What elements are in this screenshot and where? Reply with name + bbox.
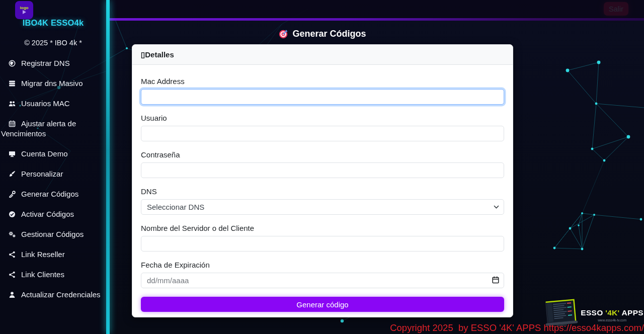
sidebar-item-usuarios-mac[interactable]: Usuarios MAC [0, 99, 106, 109]
nombre-servidor-label: Nombre del Servidor o del Cliente [141, 223, 504, 233]
paintbrush-icon [9, 170, 16, 177]
footer-logo-site: www.esso4k-tv.com [581, 318, 643, 322]
sidebar-item-label: Migrar dns Masivo [21, 79, 83, 88]
sidebar-menu: Registrar DNS Migrar dns Masivo Usuarios… [0, 58, 106, 300]
field-group-fecha-expiracion: Fecha de Expiración [141, 260, 504, 288]
page-title-text: Generar Códigos [292, 29, 366, 39]
nombre-servidor-input[interactable] [141, 236, 504, 252]
navbar-accent-line [106, 18, 644, 21]
field-group-contrasena: Contraseña [141, 150, 504, 178]
footer-logo-title: ESSO '4K' APPS [581, 308, 643, 317]
sidebar-item-label: Usuarios MAC [21, 99, 70, 108]
sidebar-item-gestionar-codigos[interactable]: Gestionar Códigos [0, 229, 106, 239]
brand-copyright: © 2025 * IBO 4k * [0, 39, 106, 47]
field-group-dns: DNS Seleccionar DNS [141, 187, 504, 215]
card-body: Mac Address Usuario Contraseña DNS Selec… [132, 65, 513, 312]
fecha-expiracion-label: Fecha de Expiración [141, 260, 504, 270]
sidebar-item-label: Actualizar Credenciales [21, 290, 101, 299]
sidebar-item-label: Link Clientes [21, 270, 64, 279]
sidebar-item-label: Personalizar [21, 170, 63, 178]
globe-icon [9, 59, 16, 66]
sidebar-item-cuenta-demo[interactable]: Cuenta Demo [0, 149, 106, 159]
user-icon [9, 291, 16, 298]
footer-logo-title-suffix: APPS [620, 308, 643, 317]
field-group-nombre-servidor: Nombre del Servidor o del Cliente [141, 223, 504, 252]
sidebar-item-registrar-dns[interactable]: Registrar DNS [0, 58, 106, 68]
card-header: ▯Detalles [132, 45, 513, 65]
sidebar-item-label: Generar Códigos [21, 190, 78, 198]
date-input-wrap [141, 273, 504, 288]
page-title: Generar Códigos [132, 29, 513, 39]
usuario-input[interactable] [141, 126, 504, 141]
field-group-mac-address: Mac Address [141, 76, 504, 105]
key-icon [9, 190, 16, 197]
top-navbar [106, 0, 644, 18]
sidebar-item-label: Registrar DNS [21, 59, 70, 67]
footer-logo-title-highlight: '4K' [605, 308, 619, 317]
contrasena-input[interactable] [141, 162, 504, 178]
mac-address-input[interactable] [141, 89, 504, 105]
placeholder-glyph-icon: ▯ [141, 50, 145, 59]
dns-select-wrap: Seleccionar DNS [141, 199, 504, 215]
target-dart-icon [279, 29, 288, 39]
footer-logo-text: ESSO '4K' APPS www.esso4k-tv.com [581, 308, 644, 322]
brand-name: IBO4K ESSO4k [0, 18, 106, 28]
server-icon [9, 79, 16, 87]
check-circle-icon [9, 210, 16, 217]
sidebar-item-label: Link Reseller [21, 250, 65, 259]
sidebar-item-generar-codigos[interactable]: Generar Códigos [0, 189, 106, 199]
sidebar-item-label: Cuenta Demo [21, 149, 68, 158]
generate-code-button[interactable]: Generar código [141, 297, 504, 312]
users-icon [9, 100, 16, 107]
sidebar-item-label: Activar Códigos [21, 210, 74, 218]
share-icon [9, 271, 16, 278]
sidebar-item-label: Gestionar Códigos [21, 230, 84, 238]
sidebar-item-link-clientes[interactable]: Link Clientes [0, 270, 106, 280]
sidebar-item-link-reseller[interactable]: Link Reseller [0, 249, 106, 260]
sidebar-item-migrar-dns-masivo[interactable]: Migrar dns Masivo [0, 78, 106, 89]
share-icon [9, 251, 16, 258]
play-icon [22, 10, 26, 14]
dns-label: DNS [141, 187, 504, 197]
field-group-usuario: Usuario [141, 113, 504, 141]
gears-icon [9, 230, 16, 237]
card-header-title: Detalles [145, 50, 174, 59]
sidebar-item-ajustar-alerta-vencimientos[interactable]: Ajustar alerta de Vencimientos [0, 119, 106, 139]
desktop-icon [9, 150, 16, 157]
sidebar-item-activar-codigos[interactable]: Activar Códigos [0, 209, 106, 219]
app-logo-text: logo [20, 6, 29, 10]
sidebar: logo IBO4K ESSO4k © 2025 * IBO 4k * Regi… [0, 0, 106, 334]
calendar-icon [9, 120, 16, 127]
usuario-label: Usuario [141, 113, 504, 123]
expiration-date-input[interactable] [141, 273, 504, 288]
footer-logo-title-prefix: ESSO [581, 308, 605, 317]
footer-copyright: Copyright 2025 by ESSO '4K' APPS https:/… [390, 322, 644, 333]
mac-address-label: Mac Address [141, 76, 504, 87]
sidebar-item-actualizar-credenciales[interactable]: Actualizar Credenciales [0, 290, 106, 300]
sidebar-accent-edge [106, 0, 110, 334]
dns-select[interactable]: Seleccionar DNS [141, 199, 504, 215]
sidebar-item-personalizar[interactable]: Personalizar [0, 169, 106, 179]
contrasena-label: Contraseña [141, 150, 504, 160]
details-card: ▯Detalles Mac Address Usuario Contraseña… [132, 44, 513, 317]
app-logo[interactable]: logo [15, 1, 33, 19]
